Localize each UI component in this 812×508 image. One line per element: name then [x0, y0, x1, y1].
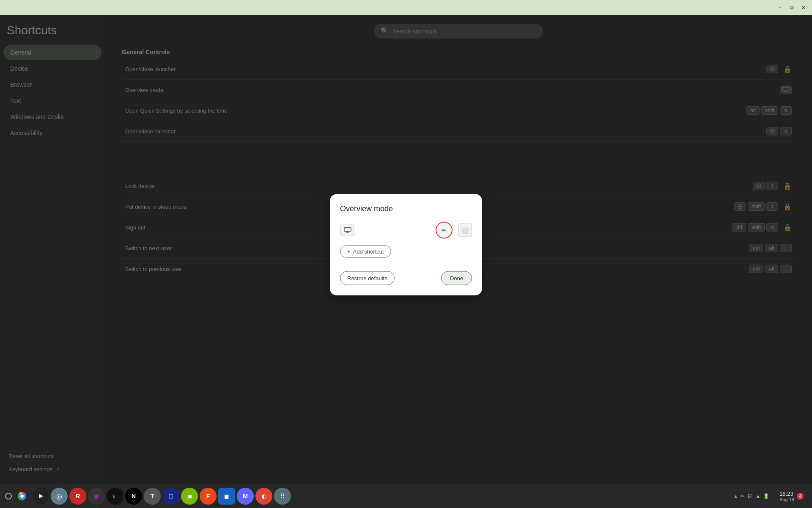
dialog-key-icon [340, 225, 355, 236]
taskbar-app-4[interactable]: R [69, 488, 86, 505]
pen-icon: ✏ [741, 494, 744, 499]
main-wrapper: Shortcuts General Device Browser Text Wi… [0, 15, 812, 484]
taskbar-app-terminal[interactable]: $_ [107, 488, 123, 505]
minimize-button[interactable]: − [775, 3, 785, 13]
maximize-button[interactable]: ⧉ [787, 3, 797, 13]
taskbar-app-chrome[interactable] [14, 488, 30, 505]
dialog-footer: Restore defaults Done [340, 271, 472, 285]
svg-point-13 [20, 494, 24, 498]
plus-icon: + [347, 248, 351, 255]
done-button[interactable]: Done [441, 271, 472, 285]
wifi-icon: ▲ [755, 493, 760, 499]
notification-badge: 4 [797, 493, 804, 500]
taskbar-app-nvidia[interactable]: ▣ [181, 488, 198, 505]
dialog-shortcut-row: ✏ ⬜ [340, 222, 472, 239]
taskbar-app-blue[interactable]: ◼ [218, 488, 235, 505]
restore-defaults-button[interactable]: Restore defaults [340, 271, 395, 285]
taskbar-app-grid[interactable]: ⠿ [274, 488, 291, 505]
taskbar-sys-tray[interactable]: ▲ ✏ 🖥 ▲ 🔋 [730, 491, 773, 501]
edit-shortcut-button[interactable]: ✏ [436, 222, 453, 239]
add-shortcut-label: Add shortcut [353, 248, 384, 255]
pencil-icon: ✏ [442, 227, 447, 234]
svg-rect-10 [344, 228, 351, 232]
taskbar-app-3[interactable]: ◎ [51, 488, 68, 505]
dialog-title: Overview mode [340, 204, 472, 213]
taskbar-app-maps[interactable] [162, 488, 179, 505]
taskbar-app-g[interactable]: ◐ [255, 488, 272, 505]
system-date: Aug 18 [779, 497, 794, 502]
svg-point-16 [166, 491, 176, 501]
taskbar: ◎ R ◉ $_ N T ▣ F ◼ M ◐ [0, 484, 812, 508]
home-button[interactable] [5, 493, 12, 500]
monitor-icon: 🖥 [747, 493, 753, 500]
svg-rect-11 [346, 232, 349, 233]
toolbar-expand-icon: ▲ [733, 494, 738, 499]
taskbar-app-t[interactable]: T [144, 488, 161, 505]
taskbar-right: ▲ ✏ 🖥 ▲ 🔋 18:23 Aug 18 4 [730, 489, 807, 504]
system-time: 18:23 [779, 491, 794, 497]
battery-icon: 🔋 [763, 493, 769, 499]
taskbar-app-play[interactable] [32, 488, 49, 505]
close-button[interactable]: ✕ [798, 3, 809, 13]
taskbar-clock[interactable]: 18:23 Aug 18 4 [776, 489, 807, 504]
taskbar-app-f[interactable]: F [200, 488, 217, 505]
taskbar-app-notion[interactable]: N [125, 488, 142, 505]
taskbar-left: ◎ R ◉ $_ N T ▣ F ◼ M ◐ [5, 488, 291, 505]
taskbar-app-mastodon[interactable]: M [237, 488, 254, 505]
taskbar-app-5[interactable]: ◉ [88, 488, 105, 505]
delete-shortcut-button[interactable]: ⬜ [458, 224, 472, 237]
add-shortcut-button[interactable]: + Add shortcut [340, 246, 391, 258]
overview-mode-dialog: Overview mode ✏ ⬜ + Add shortcut Restore… [330, 194, 482, 295]
trash-icon: ⬜ [462, 227, 469, 233]
title-bar: − ⧉ ✕ [0, 0, 812, 15]
